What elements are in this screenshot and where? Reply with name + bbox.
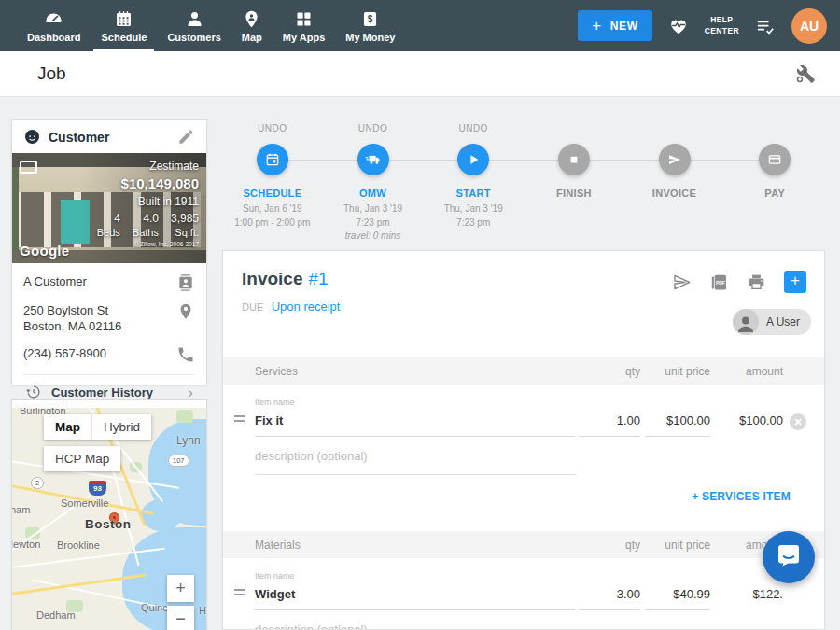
nav-label: My Money (345, 32, 395, 43)
nav-label: Schedule (101, 32, 147, 43)
customer-name: A Customer (23, 273, 176, 290)
print-icon[interactable] (747, 273, 766, 292)
map-pin-icon[interactable] (176, 302, 195, 321)
google-watermark: Google (20, 243, 69, 259)
hcp-map-button[interactable]: HCP Map (44, 446, 120, 471)
map-label-dedham: Dedham (36, 609, 76, 621)
customer-phone: (234) 567-8900 (23, 345, 176, 362)
dollar-icon: $ (360, 9, 380, 29)
top-nav: Dashboard Schedule Customers Map My Apps… (0, 0, 840, 51)
zestimate-value: $10,149,080 (97, 175, 199, 191)
material-item-name-input[interactable]: Item name Widget (255, 571, 575, 610)
map-canvas[interactable]: Burlington Lynn 107 2 93 Somerville Bost… (12, 408, 206, 630)
nav-item-customers[interactable]: Customers (157, 0, 231, 51)
help-center-line1: HELP (705, 15, 739, 25)
send-invoice-icon[interactable] (672, 273, 692, 292)
step-label: INVOICE (652, 188, 696, 199)
checklist-icon[interactable] (755, 16, 776, 36)
item-name-label: Item name (255, 571, 575, 581)
edit-pencil-icon[interactable] (177, 128, 195, 146)
service-unit-price-input[interactable]: $100.00 (645, 413, 710, 437)
service-description-input[interactable]: description (optional) (255, 437, 577, 475)
pdf-icon[interactable]: PDF (709, 273, 729, 292)
add-invoice-button[interactable]: + (784, 271, 806, 293)
step-label: FINISH (556, 188, 592, 199)
job-settings-icon[interactable] (795, 63, 816, 84)
undo-omw-button[interactable]: UNDO (358, 123, 387, 135)
customer-card-header: Customer (12, 120, 206, 153)
service-qty-input[interactable]: 1.00 (579, 413, 640, 437)
drag-handle[interactable] (234, 586, 245, 610)
invoice-step-button[interactable] (659, 144, 691, 175)
help-center-button[interactable]: HELP CENTER (705, 15, 739, 36)
step-label: OMW (359, 188, 386, 199)
heart-pulse-icon[interactable] (668, 16, 689, 36)
finish-step-button[interactable] (558, 144, 590, 175)
built-year: Built in 1911 (97, 195, 199, 208)
material-description-input[interactable]: description (optional) (255, 610, 577, 630)
step-label: SCHEDULE (243, 188, 301, 199)
map-label-lynn: Lynn (176, 434, 201, 447)
streetview-frame-icon[interactable] (20, 161, 37, 174)
chat-launcher-button[interactable] (763, 531, 815, 583)
nav-label: Dashboard (27, 32, 80, 43)
start-step-button[interactable] (457, 144, 489, 175)
travel-time: travel: 0 mins (345, 231, 400, 241)
due-terms-link[interactable]: Upon receipt (272, 300, 341, 314)
due-label: DUE (242, 301, 263, 313)
nav-item-my-apps[interactable]: My Apps (273, 0, 335, 51)
assignee-name: A User (766, 315, 800, 329)
nav-item-map[interactable]: Map (231, 0, 273, 51)
map-zoom-out-button[interactable]: − (167, 606, 194, 630)
map-button[interactable]: Map (44, 414, 91, 440)
service-item-name-input[interactable]: Item name Fix it (255, 398, 575, 437)
job-timeline: UNDO SCHEDULE Sun, Jan 6 '191:00 pm - 2:… (222, 123, 825, 241)
undo-start-button[interactable]: UNDO (458, 123, 487, 135)
chevron-right-icon: › (188, 385, 193, 400)
drag-handle[interactable] (234, 413, 245, 437)
timeline-step-schedule: UNDO SCHEDULE Sun, Jan 6 '191:00 pm - 2:… (222, 123, 323, 241)
schedule-step-button[interactable] (257, 144, 288, 175)
zillow-copyright: © Zillow, Inc. 2006-2017 (97, 241, 199, 247)
nav-items: Dashboard Schedule Customers Map My Apps… (0, 0, 405, 51)
service-amount: $100.00 (710, 413, 783, 437)
contact-card-icon[interactable] (176, 273, 195, 292)
new-button[interactable]: + NEW (578, 10, 651, 41)
step-label: PAY (764, 188, 785, 199)
plus-icon: + (592, 18, 602, 34)
omw-step-button[interactable] (357, 144, 389, 175)
customer-details: A Customer 250 Boylston StBoston, MA 021… (12, 263, 206, 410)
beds-value: 4 (114, 212, 120, 225)
material-unit-price-input[interactable]: $40.99 (645, 587, 710, 610)
hybrid-button[interactable]: Hybrid (91, 414, 151, 440)
nav-item-dashboard[interactable]: Dashboard (17, 0, 91, 51)
add-services-item-button[interactable]: + SERVICES ITEM (692, 490, 791, 503)
park-decor (176, 410, 193, 423)
invoice-number[interactable]: #1 (308, 269, 328, 289)
unit-price-column-header: unit price (645, 539, 710, 552)
remove-item-icon[interactable]: ✕ (790, 413, 806, 430)
timeline-step-pay: PAY (724, 123, 825, 241)
nav-label: My Apps (283, 32, 325, 43)
nav-item-schedule[interactable]: Schedule (91, 0, 157, 51)
stop-icon (566, 151, 582, 168)
materials-section-label: Materials (255, 539, 575, 552)
credit-card-icon[interactable] (759, 144, 791, 175)
services-section-label: Services (255, 365, 575, 378)
undo-schedule-button[interactable]: UNDO (258, 123, 287, 135)
step-date: Sun, Jan 6 '191:00 pm - 2:00 pm (234, 203, 310, 230)
invoice-actions: PDF + (672, 269, 806, 293)
map-card: Burlington Lynn 107 2 93 Somerville Bost… (11, 399, 207, 630)
customer-phone-row: (234) 567-8900 (23, 345, 195, 364)
material-line-item: Item name Widget 3.00 $40.99 $122. (223, 571, 824, 610)
user-avatar[interactable]: AU (791, 8, 827, 44)
due-line: DUE Upon receipt (223, 293, 824, 315)
customer-name-row: A Customer (23, 273, 195, 292)
material-qty-input[interactable]: 3.00 (579, 587, 640, 610)
map-label-newton: Newton (12, 539, 40, 550)
assignee-chip[interactable]: A User (733, 309, 811, 335)
page-bar: Job (0, 51, 840, 97)
phone-icon[interactable] (176, 345, 195, 364)
nav-item-my-money[interactable]: $ My Money (335, 0, 405, 51)
map-zoom-in-button[interactable]: + (167, 575, 194, 602)
